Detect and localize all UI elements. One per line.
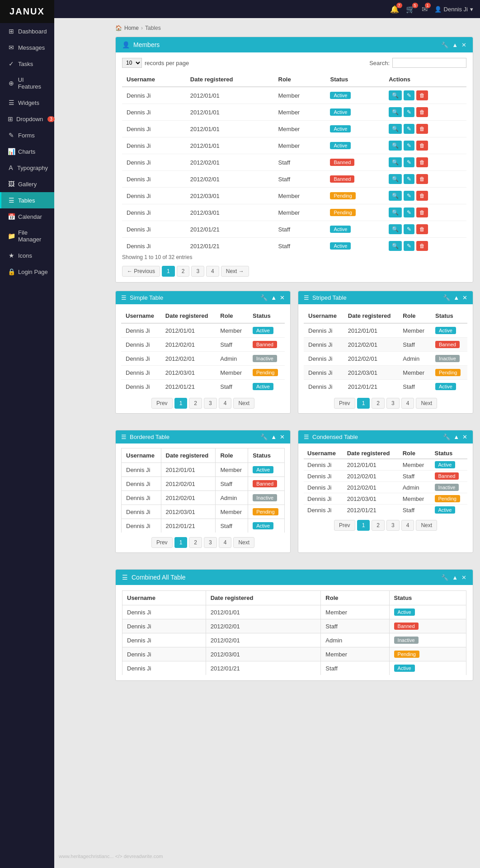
edit-button[interactable]: ✎ [404, 90, 414, 100]
striped-wrench-icon[interactable]: 🔧 [443, 294, 450, 301]
page-button[interactable]: 1 [162, 266, 175, 277]
wrench-icon[interactable]: 🔧 [441, 42, 448, 48]
page-button[interactable]: 3 [204, 398, 217, 409]
view-button[interactable]: 🔍 [389, 208, 402, 217]
edit-button[interactable]: ✎ [404, 241, 414, 251]
page-button[interactable]: 3 [386, 398, 400, 409]
prev-button[interactable]: Prev [151, 537, 173, 548]
next-button[interactable]: Next [233, 398, 254, 409]
sidebar-item-gallery[interactable]: 🖼 Gallery [0, 176, 54, 192]
search-input[interactable] [392, 58, 466, 68]
view-button[interactable]: 🔍 [389, 141, 402, 151]
bordered-close-icon[interactable]: ✕ [280, 434, 285, 440]
sidebar-item-widgets[interactable]: ☰ Widgets [0, 94, 54, 111]
page-button[interactable]: 4 [219, 537, 232, 548]
page-button[interactable]: 4 [401, 398, 414, 409]
sidebar-item-icons[interactable]: ★ Icons [0, 247, 54, 264]
page-button[interactable]: 1 [357, 398, 370, 409]
prev-button[interactable]: ← Previous [122, 266, 160, 277]
sidebar-item-forms[interactable]: ✎ Forms [0, 127, 54, 143]
page-button[interactable]: 2 [189, 398, 202, 409]
delete-button[interactable]: 🗑 [416, 141, 428, 151]
user-menu[interactable]: 👤 Dennis Ji ▾ [434, 6, 473, 13]
striped-close-icon[interactable]: ✕ [462, 294, 467, 301]
simple-wrench-icon[interactable]: 🔧 [260, 294, 268, 301]
sidebar-item-tables[interactable]: ☰ Tables [0, 192, 54, 208]
sidebar-item-typography[interactable]: A Typography [0, 160, 54, 176]
page-button[interactable]: 2 [189, 537, 202, 548]
view-button[interactable]: 🔍 [389, 107, 402, 117]
next-button[interactable]: Next [416, 520, 437, 531]
collapse-icon[interactable]: ▲ [452, 42, 458, 48]
next-button[interactable]: Next [416, 398, 437, 409]
next-button[interactable]: Next → [221, 266, 249, 277]
sidebar-item-dropdown[interactable]: ⊞ Dropdown 3 [0, 111, 54, 127]
striped-collapse-icon[interactable]: ▲ [453, 294, 459, 301]
page-button[interactable]: 1 [357, 520, 370, 531]
edit-button[interactable]: ✎ [404, 208, 414, 217]
view-button[interactable]: 🔍 [389, 174, 402, 184]
edit-button[interactable]: ✎ [404, 224, 414, 234]
view-button[interactable]: 🔍 [389, 224, 402, 234]
sidebar-item-dashboard[interactable]: ⊞ Dashboard [0, 23, 54, 39]
combined-collapse-icon[interactable]: ▲ [452, 574, 458, 581]
edit-button[interactable]: ✎ [404, 141, 414, 151]
delete-button[interactable]: 🗑 [416, 241, 428, 251]
page-button[interactable]: 1 [174, 537, 188, 548]
simple-collapse-icon[interactable]: ▲ [271, 294, 277, 301]
page-button[interactable]: 4 [219, 398, 232, 409]
sidebar-item-tasks[interactable]: ✓ Tasks [0, 56, 54, 72]
page-button[interactable]: 3 [386, 520, 400, 531]
per-page-select[interactable]: 102550 [122, 58, 142, 68]
edit-button[interactable]: ✎ [404, 191, 414, 201]
page-button[interactable]: 3 [191, 266, 204, 277]
mail-icon[interactable]: ✉1 [422, 5, 428, 14]
close-icon[interactable]: ✕ [461, 42, 466, 48]
delete-button[interactable]: 🗑 [416, 191, 428, 201]
simple-close-icon[interactable]: ✕ [280, 294, 285, 301]
view-button[interactable]: 🔍 [389, 124, 402, 134]
condensed-wrench-icon[interactable]: 🔧 [443, 434, 450, 440]
page-button[interactable]: 2 [372, 520, 385, 531]
condensed-collapse-icon[interactable]: ▲ [453, 434, 459, 440]
page-button[interactable]: 4 [401, 520, 414, 531]
delete-button[interactable]: 🗑 [416, 157, 428, 167]
page-button[interactable]: 4 [206, 266, 219, 277]
combined-close-icon[interactable]: ✕ [461, 574, 466, 581]
sidebar-item-messages[interactable]: ✉ Messages [0, 39, 54, 56]
view-button[interactable]: 🔍 [389, 191, 402, 201]
edit-button[interactable]: ✎ [404, 107, 414, 117]
prev-button[interactable]: Prev [334, 398, 355, 409]
combined-wrench-icon[interactable]: 🔧 [441, 574, 448, 581]
prev-button[interactable]: Prev [334, 520, 355, 531]
sidebar-item-login-page[interactable]: 🔒 Login Page [0, 264, 54, 280]
edit-button[interactable]: ✎ [404, 124, 414, 134]
delete-button[interactable]: 🗑 [416, 174, 428, 184]
page-button[interactable]: 1 [174, 398, 188, 409]
bordered-wrench-icon[interactable]: 🔧 [260, 434, 268, 440]
prev-button[interactable]: Prev [151, 398, 173, 409]
delete-button[interactable]: 🗑 [416, 107, 428, 117]
delete-button[interactable]: 🗑 [416, 208, 428, 217]
page-button[interactable]: 2 [372, 398, 385, 409]
edit-button[interactable]: ✎ [404, 157, 414, 167]
view-button[interactable]: 🔍 [389, 157, 402, 167]
sidebar-item-calendar[interactable]: 📅 Calendar [0, 208, 54, 225]
page-button[interactable]: 2 [177, 266, 190, 277]
condensed-close-icon[interactable]: ✕ [462, 434, 467, 440]
notifications-icon[interactable]: 🔔7 [390, 5, 399, 14]
delete-button[interactable]: 🗑 [416, 124, 428, 134]
sidebar-item-charts[interactable]: 📊 Charts [0, 143, 54, 160]
delete-button[interactable]: 🗑 [416, 90, 428, 100]
breadcrumb-home[interactable]: Home [124, 25, 139, 31]
sidebar-item-file-manager[interactable]: 📁 File Manager [0, 225, 54, 247]
cart-icon[interactable]: 🛒5 [406, 5, 415, 14]
view-button[interactable]: 🔍 [389, 90, 402, 100]
next-button[interactable]: Next [233, 537, 254, 548]
sidebar-item-ui-features[interactable]: ⊕ UI Features [0, 72, 54, 94]
view-button[interactable]: 🔍 [389, 241, 402, 251]
edit-button[interactable]: ✎ [404, 174, 414, 184]
delete-button[interactable]: 🗑 [416, 224, 428, 234]
page-button[interactable]: 3 [204, 537, 217, 548]
bordered-collapse-icon[interactable]: ▲ [271, 434, 277, 440]
